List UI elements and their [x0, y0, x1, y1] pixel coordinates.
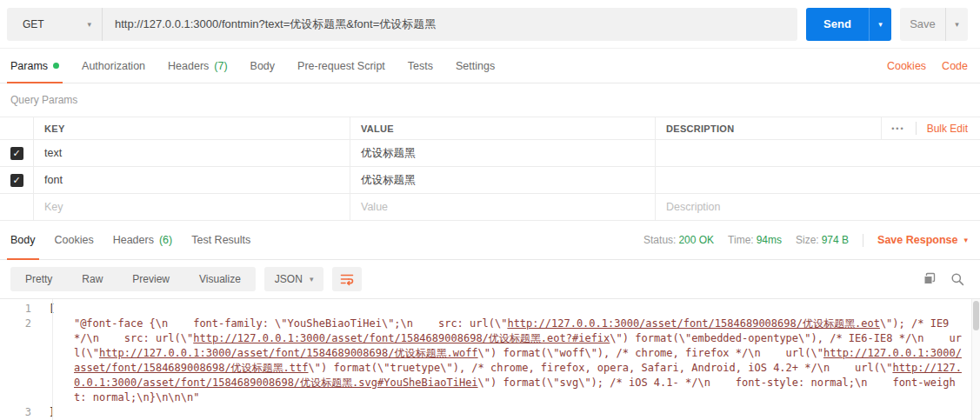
tab-body[interactable]: Body	[250, 49, 276, 83]
tab-label: Cookies	[55, 234, 94, 246]
send-button-group: Send ▾	[806, 8, 891, 41]
tab-label: Pre-request Script	[297, 60, 385, 72]
checkbox-checked[interactable]: ✓	[10, 147, 23, 160]
response-body-viewer: 1[2 "@font-face {\n font-family: \"YouSh…	[0, 298, 980, 420]
param-value-cell[interactable]: 优设标题黑	[350, 140, 655, 166]
code-line: 2 "@font-face {\n font-family: \"YouSheB…	[0, 317, 980, 405]
param-row: ✓font优设标题黑	[0, 167, 980, 194]
line-number: 3	[0, 405, 42, 420]
code-content: ]	[45, 405, 980, 420]
param-key-placeholder[interactable]: Key	[33, 194, 350, 220]
response-tabs: BodyCookiesHeaders(6)Test Results	[10, 221, 250, 259]
copy-icon	[923, 272, 937, 286]
scrollbar-thumb[interactable]	[973, 301, 979, 330]
checkbox-checked[interactable]: ✓	[10, 174, 23, 187]
bulk-edit-link[interactable]: Bulk Edit	[927, 123, 968, 135]
tab-headers[interactable]: Headers(7)	[168, 49, 228, 83]
send-button[interactable]: Send	[806, 8, 869, 41]
chevron-down-icon: ▾	[963, 236, 968, 244]
param-row-empty: KeyValueDescription	[0, 194, 980, 221]
tab-headers[interactable]: Headers(6)	[113, 221, 173, 259]
method-label: GET	[23, 18, 44, 30]
checkbox-cell: ✓	[0, 140, 33, 166]
tab-label: Tests	[408, 60, 433, 72]
view-mode-visualize[interactable]: Visualize	[184, 267, 256, 291]
copy-button[interactable]	[923, 272, 937, 286]
response-url-link[interactable]: http://127.0.0.1:3000/asset/font/1584689…	[193, 332, 610, 344]
cookies-link[interactable]: Cookies	[887, 60, 926, 72]
divider	[916, 122, 917, 135]
code-lines: 1[2 "@font-face {\n font-family: \"YouSh…	[0, 302, 980, 420]
code-text: \") format(\"woff\"),	[478, 347, 617, 359]
tab-authorization[interactable]: Authorization	[82, 49, 145, 83]
params-header-row: KEY VALUE DESCRIPTION ••• Bulk Edit	[0, 117, 980, 140]
tab-test-results[interactable]: Test Results	[191, 221, 250, 259]
param-actions-cell	[881, 194, 980, 220]
url-input[interactable]	[103, 8, 797, 41]
tab-cookies[interactable]: Cookies	[55, 221, 94, 259]
tab-body[interactable]: Body	[10, 221, 36, 259]
request-links: Cookies Code	[887, 49, 968, 83]
checkbox-cell: ✓	[0, 167, 33, 193]
param-description-cell[interactable]	[655, 140, 881, 166]
code-text: /* chrome, firefox */\n url(\"	[617, 347, 823, 359]
param-key-cell[interactable]: font	[33, 167, 350, 193]
method-select[interactable]: GET ▾	[7, 8, 103, 41]
gutter-divider	[52, 299, 53, 420]
query-params-table: KEY VALUE DESCRIPTION ••• Bulk Edit ✓tex…	[0, 117, 980, 221]
search-button[interactable]	[950, 272, 964, 286]
view-mode-group: PrettyRawPreviewVisualize	[10, 267, 256, 291]
tab-label: Body	[10, 234, 36, 246]
params-rows: ✓text优设标题黑✓font优设标题黑KeyValueDescription	[0, 140, 980, 221]
code-line: 1[	[0, 302, 980, 317]
tab-settings[interactable]: Settings	[456, 49, 495, 83]
code-link[interactable]: Code	[942, 60, 968, 72]
column-header-value: VALUE	[350, 117, 655, 139]
tab-params[interactable]: Params	[10, 49, 59, 83]
save-response-button[interactable]: Save Response ▾	[877, 234, 968, 246]
param-value-cell[interactable]: 优设标题黑	[350, 167, 655, 193]
chevron-down-icon: ▾	[87, 20, 91, 29]
send-options-chevron-icon[interactable]: ▾	[869, 8, 891, 41]
response-url-link[interactable]: http://127.0.0.1:3000/asset/font/1584689…	[507, 317, 879, 330]
param-key-cell[interactable]: text	[33, 140, 350, 166]
search-icon	[950, 272, 964, 286]
tab-label: Settings	[456, 60, 495, 72]
save-button[interactable]: Save	[900, 8, 945, 41]
response-status-group: Status:200 OK Time:94ms Size:974 B Save …	[643, 234, 968, 247]
tab-tests[interactable]: Tests	[408, 49, 433, 83]
chevron-down-icon: ▾	[310, 275, 314, 283]
code-content: [	[45, 302, 980, 317]
response-url-link[interactable]: http://127.0.0.1:3000/asset/font/1584689…	[99, 347, 478, 359]
size-badge: Size:974 B	[796, 234, 849, 246]
query-params-title: Query Params	[0, 83, 980, 117]
view-mode-preview[interactable]: Preview	[117, 267, 184, 291]
code-text: /* chrome, firefox, opera, Safari, Andro…	[471, 362, 892, 374]
time-badge: Time:94ms	[728, 234, 782, 246]
tab-count: (7)	[214, 60, 227, 72]
param-description-placeholder[interactable]: Description	[655, 194, 881, 220]
status-badge: Status:200 OK	[643, 234, 714, 246]
tab-pre-request-script[interactable]: Pre-request Script	[297, 49, 385, 83]
param-description-cell[interactable]	[655, 167, 881, 193]
code-line: 3]	[0, 405, 980, 420]
tab-label: Params	[10, 60, 48, 72]
more-options-icon[interactable]: •••	[891, 124, 904, 133]
wrap-text-button[interactable]	[332, 267, 362, 291]
param-value-placeholder[interactable]: Value	[350, 194, 655, 220]
save-options-chevron-icon[interactable]: ▾	[945, 8, 968, 41]
line-number: 2	[0, 317, 42, 405]
code-text: \") format(\"svg\");	[478, 377, 610, 389]
checkbox-cell	[0, 194, 33, 220]
code-text: \n\n\n"	[156, 391, 200, 403]
column-header-key: KEY	[33, 117, 350, 139]
scrollbar-track[interactable]	[971, 299, 980, 420]
view-mode-raw[interactable]: Raw	[67, 267, 117, 291]
line-number: 1	[0, 302, 42, 317]
code-text: \") format(\"embedded-opentype\"),	[610, 332, 830, 344]
tab-count: (6)	[159, 234, 172, 246]
format-select[interactable]: JSON ▾	[264, 267, 324, 291]
code-text: \") format(\"truetype\"),	[309, 362, 472, 374]
column-header-description: DESCRIPTION	[655, 117, 881, 139]
view-mode-pretty[interactable]: Pretty	[10, 267, 67, 291]
